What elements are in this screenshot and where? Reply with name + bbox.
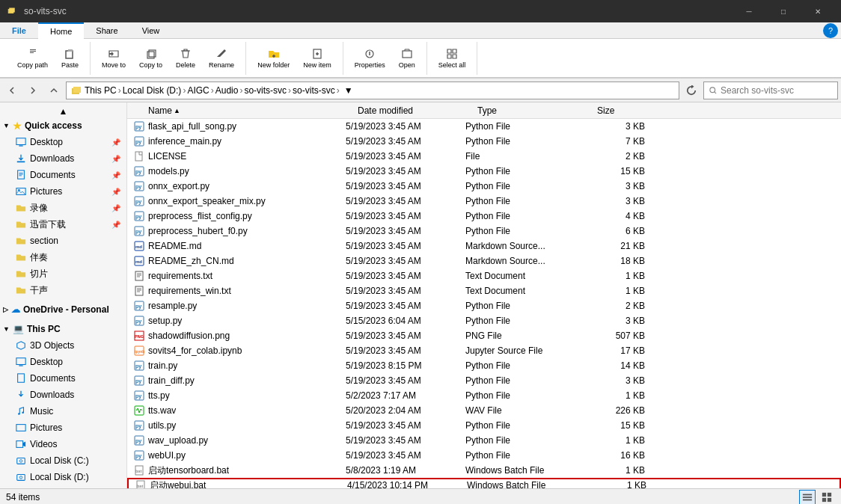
- file-type: Python File: [465, 196, 585, 206]
- table-row[interactable]: py tts.py 5/2/2023 7:17 AM Python File 1…: [127, 388, 841, 403]
- col-header-size[interactable]: Size: [597, 105, 657, 116]
- sidebar-item-pictures2[interactable]: Pictures: [0, 420, 126, 436]
- sidebar-item-3dobjects[interactable]: 3D Objects: [0, 337, 126, 354]
- up-button[interactable]: [45, 82, 63, 99]
- sidebar-section-onedrive[interactable]: ▷ ☁ OneDrive - Personal: [0, 301, 126, 318]
- sidebar-section-quickaccess[interactable]: ▼ ★ Quick access: [0, 117, 126, 134]
- table-row[interactable]: LICENSE 5/19/2023 3:45 AM File 2 KB: [127, 149, 841, 164]
- table-row[interactable]: py setup.py 5/15/2023 6:04 AM Python Fil…: [127, 313, 841, 328]
- sidebar-item-desktop[interactable]: Desktop 📌: [0, 134, 126, 150]
- tab-home[interactable]: Home: [38, 22, 84, 39]
- table-row[interactable]: py onnx_export_speaker_mix.py 5/19/2023 …: [127, 194, 841, 209]
- tab-file[interactable]: File: [0, 22, 38, 39]
- table-row[interactable]: requirements.txt 5/19/2023 3:45 AM Text …: [127, 268, 841, 283]
- select-all-button[interactable]: Select all: [433, 43, 471, 73]
- table-row[interactable]: py models.py 5/19/2023 3:45 AM Python Fi…: [127, 164, 841, 179]
- sidebar-item-music[interactable]: Music: [0, 403, 126, 420]
- table-row[interactable]: md README.md 5/19/2023 3:45 AM Markdown …: [127, 239, 841, 253]
- new-folder-button[interactable]: New folder: [252, 43, 295, 73]
- open-button[interactable]: Open: [394, 43, 420, 73]
- table-row[interactable]: requirements_win.txt 5/19/2023 3:45 AM T…: [127, 283, 841, 298]
- svg-rect-80: [828, 497, 831, 501]
- back-button[interactable]: [3, 82, 21, 99]
- file-name: onnx_export_speaker_mix.py: [148, 196, 346, 206]
- table-row[interactable]: py onnx_export.py 5/19/2023 3:45 AM Pyth…: [127, 179, 841, 194]
- copy-path-button[interactable]: Copy path: [12, 43, 53, 73]
- file-date: 5/19/2023 3:45 AM: [346, 435, 465, 446]
- move-to-button[interactable]: Move to: [97, 43, 131, 73]
- table-row[interactable]: py flask_api_full_song.py 5/19/2023 3:45…: [127, 119, 841, 134]
- maximize-button[interactable]: □: [766, 0, 801, 22]
- sidebar-item-videos[interactable]: Videos: [0, 436, 126, 452]
- toolbar: This PC › Local Disk (D:) › AIGC › Audio…: [0, 79, 841, 102]
- sidebar-item-qiepian[interactable]: 切片: [0, 265, 126, 282]
- search-box[interactable]: [703, 82, 838, 99]
- table-row[interactable]: py utils.py 5/19/2023 3:45 AM Python Fil…: [127, 418, 841, 433]
- table-row[interactable]: py preprocess_hubert_f0.py 5/19/2023 3:4…: [127, 224, 841, 239]
- address-bar[interactable]: This PC › Local Disk (D:) › AIGC › Audio…: [66, 82, 679, 99]
- table-row[interactable]: py preprocess_flist_config.py 5/19/2023 …: [127, 209, 841, 224]
- sidebar-section-thispc[interactable]: ▼ 💻 This PC: [0, 321, 126, 337]
- table-row[interactable]: tts.wav 5/20/2023 2:04 AM WAV File 226 K…: [127, 403, 841, 418]
- tab-share[interactable]: Share: [84, 22, 129, 39]
- refresh-button[interactable]: [682, 82, 700, 99]
- sidebar-item-downloads[interactable]: Downloads 📌: [0, 150, 126, 167]
- forward-button[interactable]: [24, 82, 42, 99]
- folder-icon-6: [15, 284, 27, 296]
- file-type: Python File: [465, 435, 585, 446]
- help-button[interactable]: ?: [823, 23, 838, 38]
- sidebar-scroll-up[interactable]: ▲: [0, 105, 126, 117]
- sidebar-item-section[interactable]: section: [0, 233, 126, 249]
- view-tiles-button[interactable]: [819, 490, 835, 505]
- file-name: flask_api_full_song.py: [148, 121, 346, 132]
- file-type: Python File: [465, 316, 585, 326]
- sidebar-item-pictures[interactable]: Pictures 📌: [0, 183, 126, 200]
- file-icon: py: [133, 434, 145, 446]
- sidebar-item-documents[interactable]: Documents 📌: [0, 167, 126, 183]
- sidebar-item-downloads2[interactable]: Downloads: [0, 387, 126, 403]
- address-part-audio[interactable]: Audio: [215, 85, 239, 96]
- file-size: 1 KB: [585, 435, 645, 446]
- tab-view[interactable]: View: [130, 22, 172, 39]
- paste-button[interactable]: Paste: [56, 43, 84, 73]
- sidebar-item-xunlei[interactable]: 迅雷下载 📌: [0, 216, 126, 233]
- address-part-aigc[interactable]: AIGC: [187, 85, 209, 96]
- address-part-thispc[interactable]: This PC: [85, 85, 117, 96]
- table-row[interactable]: py inference_main.py 5/19/2023 3:45 AM P…: [127, 134, 841, 149]
- minimize-button[interactable]: ─: [732, 0, 766, 22]
- table-row[interactable]: py webUI.py 5/19/2023 3:45 AM Python Fil…: [127, 448, 841, 463]
- col-header-type[interactable]: Type: [477, 105, 597, 116]
- sidebar-item-documents2[interactable]: Documents: [0, 370, 126, 387]
- sidebar-item-luxiang[interactable]: 录像 📌: [0, 200, 126, 216]
- search-input[interactable]: [721, 85, 833, 96]
- col-header-date[interactable]: Date modified: [358, 105, 477, 116]
- col-header-name[interactable]: Name ▲: [148, 105, 358, 116]
- new-item-button[interactable]: New item: [298, 43, 337, 73]
- table-row[interactable]: py train_diff.py 5/19/2023 3:45 AM Pytho…: [127, 373, 841, 388]
- sidebar-item-banzou[interactable]: 伴奏: [0, 249, 126, 265]
- view-details-button[interactable]: [799, 490, 816, 505]
- sidebar-item-diskd[interactable]: Local Disk (D:): [0, 469, 126, 485]
- table-row[interactable]: ipynb sovits4_for_colab.ipynb 5/19/2023 …: [127, 343, 841, 358]
- rename-button[interactable]: Rename: [204, 43, 239, 73]
- table-row[interactable]: py wav_upload.py 5/19/2023 3:45 AM Pytho…: [127, 433, 841, 448]
- table-row[interactable]: md README_zh_CN.md 5/19/2023 3:45 AM Mar…: [127, 253, 841, 268]
- address-part-disk[interactable]: Local Disk (D:): [123, 85, 182, 96]
- sidebar-item-diskc[interactable]: Local Disk (C:): [0, 452, 126, 469]
- table-row[interactable]: bat 启动tensorboard.bat 5/8/2023 1:19 AM W…: [127, 463, 841, 478]
- copy-to-button[interactable]: Copy to: [134, 43, 168, 73]
- delete-button[interactable]: Delete: [171, 43, 201, 73]
- sidebar-scroll-down[interactable]: ▼: [0, 485, 126, 488]
- close-button[interactable]: ✕: [801, 0, 835, 22]
- table-row[interactable]: py resample.py 5/19/2023 3:45 AM Python …: [127, 298, 841, 313]
- table-row[interactable]: bat 启动webui.bat 4/15/2023 10:14 PM Windo…: [127, 478, 841, 488]
- address-dropdown[interactable]: ▼: [341, 85, 356, 96]
- table-row[interactable]: PNG shadowdiffusion.png 5/19/2023 3:45 A…: [127, 328, 841, 343]
- sidebar-item-desktop2[interactable]: Desktop: [0, 354, 126, 370]
- table-row[interactable]: py train.py 5/19/2023 8:15 PM Python Fil…: [127, 358, 841, 373]
- properties-button[interactable]: Properties: [349, 43, 391, 73]
- address-part-sovits2[interactable]: so-vits-svc: [293, 85, 335, 96]
- sidebar-item-gansheng[interactable]: 干声: [0, 282, 126, 298]
- address-part-sovits[interactable]: so-vits-svc: [244, 85, 287, 96]
- content-area: Name ▲ Date modified Type Size py flask_…: [127, 102, 841, 488]
